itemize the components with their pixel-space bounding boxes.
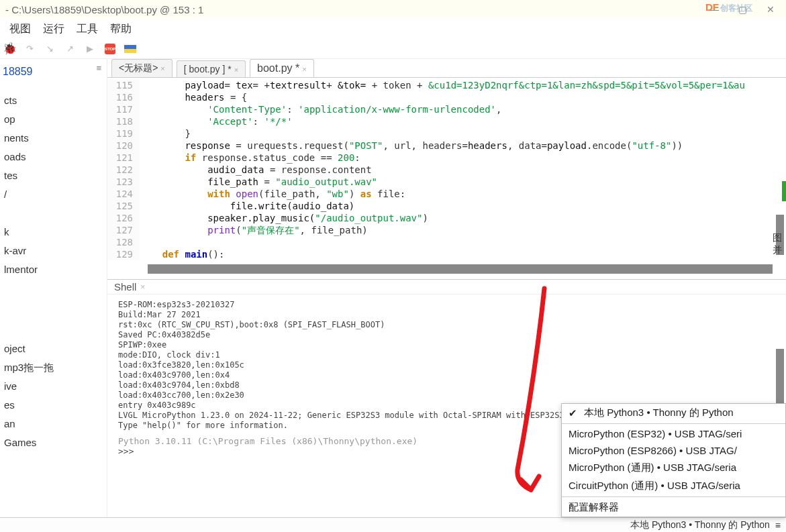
step-over-icon[interactable]: ↷ [23,42,36,56]
sidebar-item[interactable]: lmentor [0,260,107,279]
sidebar-item[interactable]: oject [0,339,107,358]
interpreter-menu-item[interactable]: 本地 Python3 • Thonny 的 Python [562,404,785,422]
sidebar-item[interactable]: Games [0,433,107,452]
sidebar-item[interactable]: k [0,223,107,242]
sidebar-item[interactable]: es [0,396,107,415]
shell-header: Shell × [107,279,786,295]
window-controls: — ▢ ✕ [704,3,781,16]
tab-boot-brackets[interactable]: [ boot.py ] *× [177,60,246,77]
horizontal-scrollbar[interactable] [148,264,773,274]
interpreter-menu-item[interactable]: CircuitPython (通用) • USB JTAG/seria [562,477,785,495]
title-bar: - C:\Users\18859\Desktop\boot.py @ 153 :… [0,0,786,19]
close-button[interactable]: ✕ [760,3,781,16]
status-menu-icon[interactable]: ≡ [775,520,781,531]
sidebar-item[interactable]: mp3拖一拖 [0,358,107,377]
stop-icon[interactable] [103,42,117,56]
shell-title: Shell [114,281,136,292]
sidebar-item[interactable]: op [0,110,107,129]
menu-help[interactable]: 帮助 [110,22,132,36]
interpreter-menu: 本地 Python3 • Thonny 的 PythonMicroPython … [561,403,786,517]
sidebar-item[interactable]: tes [0,166,107,185]
step-into-icon[interactable]: ↘ [43,42,56,56]
editor-tabs: <无标题>× [ boot.py ] *× boot.py *× [107,59,786,78]
sidebar-item[interactable]: an [0,415,107,433]
sidebar-item[interactable]: cts [0,91,107,110]
code-editor[interactable]: 115 payload= tex= +textresult+ &tok= + t… [107,78,786,262]
background-green-sliver [782,181,786,201]
menu-run[interactable]: 运行 [43,22,64,36]
debug-icon[interactable]: 🐞 [3,42,16,56]
interpreter-menu-item[interactable]: MicroPython (通用) • USB JTAG/seria [562,459,785,477]
status-interpreter[interactable]: 本地 Python3 • Thonny 的 Python [630,519,770,531]
file-sidebar: ≡ 18859 ctsopnentsoadstes/kk-avrlmentoro… [0,59,107,517]
background-text-sliver: 图， 并 [773,231,785,256]
resume-icon[interactable]: ▶ [83,42,97,56]
menu-tools[interactable]: 工具 [77,22,98,36]
shell-close-icon[interactable]: × [140,282,145,292]
maximize-button[interactable]: ▢ [732,3,752,16]
sidebar-root[interactable]: 18859 [0,62,107,78]
tab-untitled[interactable]: <无标题>× [111,59,173,77]
sidebar-item[interactable]: nents [0,129,107,148]
window-title: - C:\Users\18859\Desktop\boot.py @ 153 :… [5,4,203,15]
interpreter-menu-item[interactable]: MicroPython (ESP8266) • USB JTAG/ [562,442,785,459]
sidebar-item[interactable]: k-avr [0,242,107,260]
sidebar-item[interactable]: / [0,185,107,204]
interpreter-configure[interactable]: 配置解释器 [562,498,785,517]
minimize-button[interactable]: — [704,3,724,16]
support-ukraine-icon[interactable] [124,42,137,56]
sidebar-item[interactable]: oads [0,148,107,166]
menu-view[interactable]: 视图 [9,22,31,36]
step-out-icon[interactable]: ↗ [63,42,77,56]
status-bar[interactable]: 本地 Python3 • Thonny 的 Python ≡ [0,517,786,532]
sidebar-menu-icon[interactable]: ≡ [96,63,101,73]
menu-bar: 视图 运行 工具 帮助 [0,19,786,39]
interpreter-menu-item[interactable]: MicroPython (ESP32) • USB JTAG/seri [562,425,785,442]
sidebar-item[interactable]: ive [0,377,107,396]
tab-boot[interactable]: boot.py *× [250,59,314,77]
toolbar: 🐞 ↷ ↘ ↗ ▶ [0,39,786,59]
